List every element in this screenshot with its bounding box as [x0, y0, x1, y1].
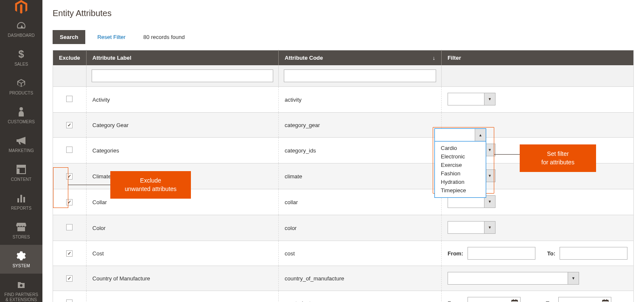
filter-dropdown[interactable]: ▼: [448, 221, 496, 234]
search-button[interactable]: Search: [53, 30, 85, 44]
callout-connector-line: [68, 185, 111, 185]
exclude-checkbox[interactable]: [66, 199, 73, 205]
layout-icon: [15, 163, 27, 175]
exclude-checkbox[interactable]: [66, 122, 73, 128]
attribute-code-cell: collar: [279, 189, 442, 215]
dropdown-toggle-button[interactable]: ▼: [484, 93, 495, 105]
filter-label-input[interactable]: [92, 69, 273, 82]
col-exclude-header[interactable]: Exclude: [53, 50, 87, 66]
svg-rect-7: [23, 197, 25, 202]
svg-rect-3: [17, 165, 25, 168]
sidebar-item-stores[interactable]: STORES: [0, 216, 42, 245]
dropdown-value[interactable]: [435, 129, 475, 141]
dropdown-value: [448, 93, 484, 105]
sidebar-item-label: CUSTOMERS: [8, 119, 35, 125]
filter-dropdown[interactable]: ▼: [448, 272, 579, 285]
attribute-filter-cell: From:To:: [441, 291, 633, 302]
table-row: Category Gearcategory_gear: [53, 113, 634, 138]
svg-text:$: $: [18, 49, 24, 59]
dropdown-option[interactable]: Cardio: [441, 144, 480, 152]
exclude-checkbox[interactable]: [66, 275, 73, 282]
date-from-input[interactable]: [468, 297, 521, 302]
sidebar-item-label: STORES: [13, 235, 30, 240]
gauge-icon: [15, 19, 27, 31]
sidebar-item-products[interactable]: PRODUCTS: [0, 72, 42, 101]
main-content: Entity Attributes Search Reset Filter 80…: [42, 0, 644, 302]
exclude-checkbox[interactable]: [66, 299, 73, 302]
dropdown-value: [448, 272, 568, 284]
sidebar-item-sales[interactable]: $ SALES: [0, 43, 42, 72]
exclude-checkbox[interactable]: [66, 224, 73, 230]
range-to-input[interactable]: [560, 247, 627, 260]
sidebar-item-customers[interactable]: CUSTOMERS: [0, 101, 42, 130]
range-to-label: To:: [546, 300, 554, 302]
attribute-label-cell: Cost: [86, 241, 278, 266]
filter-dropdown[interactable]: ▼: [448, 93, 496, 105]
dropdown-option[interactable]: Timepiece: [441, 186, 480, 195]
sidebar-item-label: FIND PARTNERS & EXTENSIONS: [4, 292, 38, 302]
dropdown-option[interactable]: Fashion: [441, 169, 480, 178]
col-label-header[interactable]: Attribute Label: [86, 50, 278, 66]
sidebar-item-label: SYSTEM: [12, 263, 30, 269]
filter-callout: Set filter for attributes: [520, 144, 596, 172]
magento-logo[interactable]: [0, 0, 42, 14]
dropdown-option[interactable]: Hydration: [441, 178, 480, 186]
sidebar-item-label: DASHBOARD: [8, 33, 34, 38]
attribute-label-cell: Category Gear: [86, 113, 278, 138]
grid-filter-row: [53, 65, 634, 87]
dropdown-toggle-button[interactable]: ▲: [475, 129, 486, 141]
dropdown-option[interactable]: Electronic: [441, 152, 480, 161]
svg-point-8: [20, 284, 22, 287]
attribute-code-cell: climate: [279, 163, 442, 189]
col-filter-header[interactable]: Filter: [441, 50, 633, 66]
exclude-checkbox[interactable]: [66, 250, 73, 257]
table-row: Country of Manufacturecountry_of_manufac…: [53, 266, 634, 291]
sidebar-item-system[interactable]: SYSTEM: [0, 245, 42, 274]
range-from-label: From:: [448, 250, 463, 257]
admin-sidebar: DASHBOARD $ SALES PRODUCTS CUSTOMERS MAR…: [0, 0, 42, 302]
sidebar-item-partners[interactable]: FIND PARTNERS & EXTENSIONS: [0, 274, 42, 302]
sidebar-item-label: REPORTS: [11, 206, 31, 211]
attribute-filter-cell: ▼: [441, 215, 633, 241]
exclude-checkbox[interactable]: [66, 147, 73, 153]
range-from-input[interactable]: [468, 247, 535, 260]
exclude-checkbox[interactable]: [66, 96, 73, 102]
range-to-label: To:: [547, 250, 555, 257]
sidebar-item-label: CONTENT: [11, 177, 31, 182]
attribute-code-cell: color: [279, 215, 442, 241]
box-icon: [15, 77, 27, 89]
attribute-code-cell: activity: [279, 87, 442, 113]
sort-indicator-icon: ↓: [432, 55, 435, 61]
storefront-icon: [15, 221, 27, 233]
col-code-header[interactable]: Attribute Code↓: [279, 50, 442, 66]
sidebar-item-content[interactable]: CONTENT: [0, 158, 42, 187]
reset-filter-link[interactable]: Reset Filter: [97, 34, 125, 40]
svg-rect-5: [17, 198, 19, 202]
attribute-filter-cell: ▼: [441, 87, 633, 113]
filter-code-input[interactable]: [284, 69, 436, 82]
svg-rect-6: [20, 195, 22, 202]
sidebar-item-marketing[interactable]: MARKETING: [0, 130, 42, 158]
attribute-label-cell: Country of Manufacture: [86, 266, 278, 291]
attribute-code-cell: category_ids: [279, 138, 442, 163]
table-row: created_atFrom:To:: [53, 291, 634, 302]
attribute-code-cell: cost: [279, 241, 442, 266]
records-count: 80 records found: [143, 34, 185, 40]
sidebar-item-reports[interactable]: REPORTS: [0, 187, 42, 216]
table-row: CostcostFrom:To:: [53, 241, 634, 266]
dropdown-option-list: CardioElectronicExerciseFashionHydration…: [435, 141, 486, 197]
attribute-code-cell: country_of_manufacture: [279, 266, 442, 291]
megaphone-icon: [15, 135, 27, 147]
dropdown-option[interactable]: Exercise: [441, 161, 480, 169]
attribute-filter-cell: ▼: [441, 266, 633, 291]
dropdown-value: [448, 222, 484, 233]
date-to-input[interactable]: [558, 297, 611, 302]
dropdown-toggle-button[interactable]: ▼: [568, 272, 579, 284]
exclude-callout: Exclude unwanted attributes: [110, 171, 191, 199]
dropdown-toggle-button[interactable]: ▼: [484, 222, 495, 233]
exclude-checkbox[interactable]: [66, 173, 73, 180]
callout-connector-line: [494, 154, 520, 155]
dollar-icon: $: [15, 48, 27, 60]
person-icon: [15, 106, 27, 118]
sidebar-item-dashboard[interactable]: DASHBOARD: [0, 14, 42, 43]
